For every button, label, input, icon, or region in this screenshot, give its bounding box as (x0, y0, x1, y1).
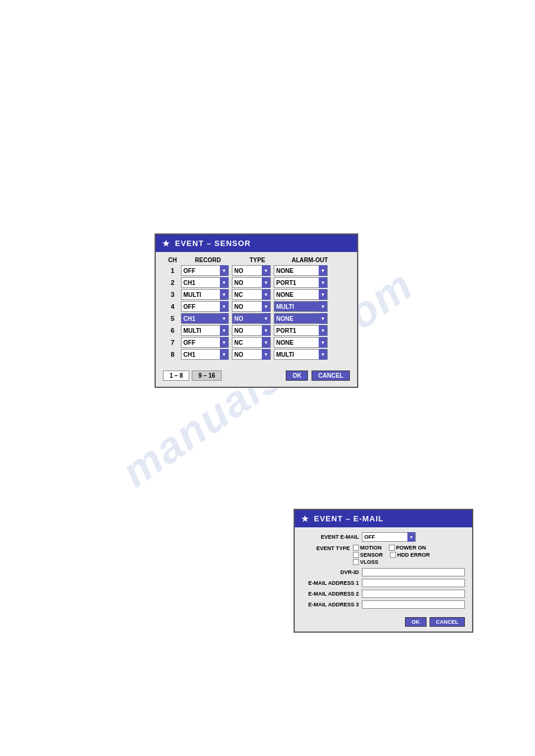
record-select-5[interactable]: CH1 ▼ (181, 313, 229, 324)
record-arrow-6[interactable]: ▼ (220, 325, 228, 336)
email-star-icon: ★ (301, 513, 309, 524)
type-select-1[interactable]: NO ▼ (232, 265, 271, 276)
sensor-dialog: ★ EVENT – SENSOR CH RECORD TYPE ALARM-OU… (155, 233, 358, 388)
vloss-checkbox[interactable] (353, 559, 359, 565)
ch-3: 3 (164, 291, 181, 298)
sensor-ok-button[interactable]: OK (286, 371, 308, 381)
type-arrow-4[interactable]: ▼ (262, 301, 270, 312)
email-address-2-row: E-MAIL ADDRESS 2 (302, 590, 465, 598)
event-email-row: EVENT E-MAIL OFF ▼ (302, 532, 465, 542)
alarm-arrow-7[interactable]: ▼ (319, 337, 327, 348)
type-select-2[interactable]: NO ▼ (232, 277, 271, 288)
hdd-error-checkbox[interactable] (390, 552, 396, 558)
record-select-2[interactable]: CH1 ▼ (181, 277, 229, 288)
record-select-1[interactable]: OFF ▼ (181, 265, 229, 276)
alarm-select-8[interactable]: MULTI ▼ (274, 349, 328, 360)
page-content: manualslib.com ★ EVENT – SENSOR CH RECOR… (0, 0, 535, 756)
sensor-row-3: 3 MULTI ▼ NC ▼ NONE ▼ (163, 289, 350, 300)
type-select-3[interactable]: NC ▼ (232, 289, 271, 300)
email-cancel-button[interactable]: CANCEL (430, 617, 466, 627)
record-arrow-2[interactable]: ▼ (220, 277, 228, 288)
type-arrow-3[interactable]: ▼ (262, 289, 270, 300)
ch-4: 4 (164, 303, 181, 310)
type-select-5[interactable]: NO ▼ (232, 313, 271, 324)
alarm-select-3[interactable]: NONE ▼ (274, 289, 328, 300)
type-arrow-6[interactable]: ▼ (262, 325, 270, 336)
type-select-7[interactable]: NC ▼ (232, 337, 271, 348)
checkbox-motion[interactable]: MOTION (353, 545, 382, 551)
record-arrow-8[interactable]: ▼ (220, 349, 228, 360)
alarm-arrow-3[interactable]: ▼ (319, 289, 327, 300)
alarm-select-1[interactable]: NONE ▼ (274, 265, 328, 276)
checkbox-sensor[interactable]: SENSOR (353, 552, 383, 558)
checkbox-hdd-error[interactable]: HDD ERROR (390, 552, 430, 558)
sensor-checkbox[interactable] (353, 552, 359, 558)
ch-2: 2 (164, 279, 181, 286)
alarm-select-4[interactable]: MULTI ▼ (274, 301, 328, 312)
alarm-select-5[interactable]: NONE ▼ (274, 313, 328, 324)
email-dialog: ★ EVENT – E-MAIL EVENT E-MAIL OFF ▼ EVEN… (294, 509, 473, 633)
record-select-7[interactable]: OFF ▼ (181, 337, 229, 348)
type-select-6[interactable]: NO ▼ (232, 325, 271, 336)
checkbox-vloss[interactable]: VLOSS (353, 559, 379, 565)
alarm-arrow-6[interactable]: ▼ (319, 325, 327, 336)
power-on-label: POWER ON (396, 545, 426, 551)
email-address-3-row: E-MAIL ADDRESS 3 (302, 600, 465, 609)
record-select-4[interactable]: OFF ▼ (181, 301, 229, 312)
col-header-ch: CH (164, 257, 181, 263)
alarm-arrow-5[interactable]: ▼ (319, 313, 327, 324)
alarm-select-6[interactable]: PORT1 ▼ (274, 325, 328, 336)
type-arrow-2[interactable]: ▼ (262, 277, 270, 288)
alarm-arrow-1[interactable]: ▼ (319, 265, 327, 276)
alarm-select-7[interactable]: NONE ▼ (274, 337, 328, 348)
event-type-label: EVENT TYPE (302, 545, 350, 551)
record-arrow-1[interactable]: ▼ (220, 265, 228, 276)
alarm-arrow-8[interactable]: ▼ (319, 349, 327, 360)
sensor-dialog-title: EVENT – SENSOR (175, 239, 251, 248)
ch-8: 8 (164, 351, 181, 358)
event-email-label: EVENT E-MAIL (302, 534, 359, 540)
email-address-2-input[interactable] (362, 590, 465, 598)
sensor-dialog-body: CH RECORD TYPE ALARM-OUT 1 OFF ▼ NO ▼ NO… (156, 252, 357, 366)
record-arrow-5[interactable]: ▼ (220, 313, 228, 324)
sensor-footer-actions: OK CANCEL (286, 371, 350, 381)
dvr-id-label: DVR-ID (302, 569, 359, 575)
sensor-row-2: 2 CH1 ▼ NO ▼ PORT1 ▼ (163, 277, 350, 288)
record-select-6[interactable]: MULTI ▼ (181, 325, 229, 336)
sensor-tabs: 1 – 8 9 – 16 (163, 371, 222, 381)
type-select-4[interactable]: NO ▼ (232, 301, 271, 312)
email-dialog-footer: OK CANCEL (295, 614, 472, 631)
checkbox-power-on[interactable]: POWER ON (389, 545, 426, 551)
record-select-3[interactable]: MULTI ▼ (181, 289, 229, 300)
type-arrow-1[interactable]: ▼ (262, 265, 270, 276)
event-email-select[interactable]: OFF ▼ (362, 532, 416, 542)
col-header-alarm: ALARM-OUT (280, 257, 340, 263)
sensor-cancel-button[interactable]: CANCEL (312, 371, 350, 381)
vloss-label: VLOSS (360, 559, 379, 565)
record-arrow-4[interactable]: ▼ (220, 301, 228, 312)
dvr-id-input[interactable] (362, 568, 465, 576)
email-dialog-body: EVENT E-MAIL OFF ▼ EVENT TYPE MOTION (295, 527, 472, 614)
hdd-error-label: HDD ERROR (397, 552, 430, 558)
record-arrow-7[interactable]: ▼ (220, 337, 228, 348)
alarm-select-2[interactable]: PORT1 ▼ (274, 277, 328, 288)
tab-9-16[interactable]: 9 – 16 (192, 371, 222, 381)
type-arrow-5[interactable]: ▼ (262, 313, 270, 324)
type-select-8[interactable]: NO ▼ (232, 349, 271, 360)
email-ok-button[interactable]: OK (405, 617, 427, 627)
record-select-8[interactable]: CH1 ▼ (181, 349, 229, 360)
alarm-arrow-2[interactable]: ▼ (319, 277, 327, 288)
email-address-3-input[interactable] (362, 600, 465, 609)
alarm-arrow-4[interactable]: ▼ (319, 301, 327, 312)
type-arrow-7[interactable]: ▼ (262, 337, 270, 348)
ch-1: 1 (164, 267, 181, 274)
tab-1-8[interactable]: 1 – 8 (163, 371, 189, 381)
email-address-1-input[interactable] (362, 579, 465, 587)
record-arrow-3[interactable]: ▼ (220, 289, 228, 300)
sensor-row-8: 8 CH1 ▼ NO ▼ MULTI ▼ (163, 349, 350, 360)
power-on-checkbox[interactable] (389, 545, 395, 551)
event-email-arrow[interactable]: ▼ (407, 532, 415, 542)
motion-checkbox[interactable] (353, 545, 359, 551)
sensor-row-1: 1 OFF ▼ NO ▼ NONE ▼ (163, 265, 350, 276)
type-arrow-8[interactable]: ▼ (262, 349, 270, 360)
